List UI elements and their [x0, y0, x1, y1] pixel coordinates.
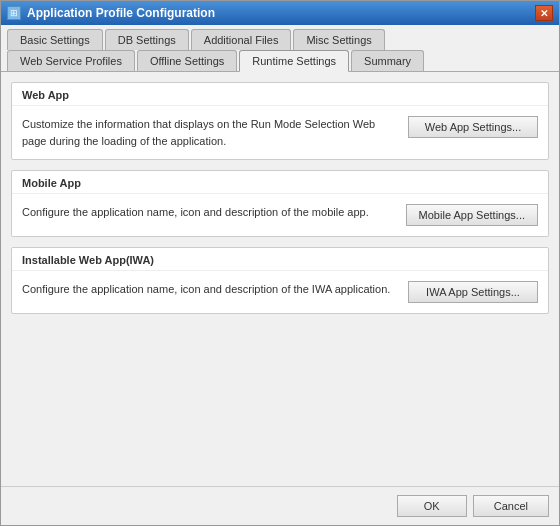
footer: OK Cancel: [1, 486, 559, 525]
mobile-app-title: Mobile App: [12, 171, 548, 194]
ok-button[interactable]: OK: [397, 495, 467, 517]
tab-runtime-settings[interactable]: Runtime Settings: [239, 50, 349, 72]
iwa-app-title: Installable Web App(IWA): [12, 248, 548, 271]
web-app-title: Web App: [12, 83, 548, 106]
tabs-row-2: Web Service Profiles Offline Settings Ru…: [1, 50, 559, 72]
tab-offline-settings[interactable]: Offline Settings: [137, 50, 237, 71]
mobile-app-section: Mobile App Configure the application nam…: [11, 170, 549, 237]
tab-additional-files[interactable]: Additional Files: [191, 29, 292, 50]
main-window: ⊞ Application Profile Configuration ✕ Ba…: [0, 0, 560, 526]
close-button[interactable]: ✕: [535, 5, 553, 21]
tab-summary[interactable]: Summary: [351, 50, 424, 71]
tab-basic-settings[interactable]: Basic Settings: [7, 29, 103, 50]
tab-misc-settings[interactable]: Misc Settings: [293, 29, 384, 50]
iwa-app-body: Configure the application name, icon and…: [12, 271, 548, 313]
cancel-button[interactable]: Cancel: [473, 495, 549, 517]
tabs-row-1: Basic Settings DB Settings Additional Fi…: [1, 25, 559, 50]
window-title: Application Profile Configuration: [27, 6, 215, 20]
web-app-description: Customize the information that displays …: [22, 116, 398, 149]
title-bar-left: ⊞ Application Profile Configuration: [7, 6, 215, 20]
iwa-app-settings-button[interactable]: IWA App Settings...: [408, 281, 538, 303]
main-content: Web App Customize the information that d…: [1, 72, 559, 486]
web-app-section: Web App Customize the information that d…: [11, 82, 549, 160]
tab-web-service-profiles[interactable]: Web Service Profiles: [7, 50, 135, 71]
title-bar: ⊞ Application Profile Configuration ✕: [1, 1, 559, 25]
mobile-app-settings-button[interactable]: Mobile App Settings...: [406, 204, 538, 226]
iwa-app-description: Configure the application name, icon and…: [22, 281, 398, 298]
mobile-app-description: Configure the application name, icon and…: [22, 204, 396, 221]
tab-db-settings[interactable]: DB Settings: [105, 29, 189, 50]
web-app-settings-button[interactable]: Web App Settings...: [408, 116, 538, 138]
web-app-body: Customize the information that displays …: [12, 106, 548, 159]
app-icon: ⊞: [7, 6, 21, 20]
iwa-app-section: Installable Web App(IWA) Configure the a…: [11, 247, 549, 314]
mobile-app-body: Configure the application name, icon and…: [12, 194, 548, 236]
